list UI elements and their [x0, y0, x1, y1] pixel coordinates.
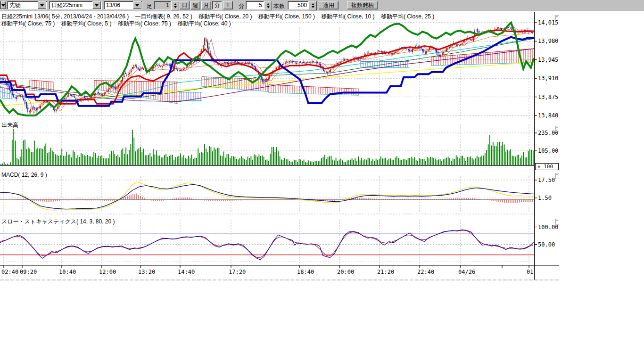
toolbar: 先物 日経225mini 13/06 足 1 日 週 月 分 T 分 5 本数 … — [0, 0, 644, 11]
bar-count-stepper[interactable]: 500 — [288, 1, 317, 9]
minute-label: 分 — [239, 2, 244, 10]
volume-scale-box: × 100 — [535, 163, 559, 170]
combo-dropdown-icon[interactable] — [92, 1, 101, 9]
spinner-updown-icon[interactable] — [264, 1, 272, 10]
time-axis-label: 20:00 — [337, 269, 354, 275]
time-axis-label: 14:40 — [178, 269, 195, 275]
time-axis-label: 12:00 — [99, 269, 116, 275]
minute-value[interactable]: 5 — [246, 1, 264, 9]
multi-symbol-button[interactable]: 複数銘柄 — [347, 1, 378, 9]
bar-multiple-value[interactable]: 1 — [154, 1, 171, 9]
chart-application-window: 先物 日経225mini 13/06 足 1 日 週 月 分 T 分 5 本数 … — [0, 0, 644, 362]
symbol-combo[interactable]: 日経225mini — [49, 1, 102, 9]
panel-scroll-icon[interactable] — [555, 219, 559, 225]
macd-axis-label: 1.50 — [538, 195, 552, 201]
price-axis-label: 13,840 — [538, 112, 558, 119]
period-tick-button[interactable]: T — [223, 1, 233, 9]
market-type-combo[interactable]: 先物 — [7, 1, 47, 9]
stoch-axis-label: 50.00 — [538, 241, 555, 248]
market-type-value: 先物 — [8, 1, 37, 9]
time-axis-label: 04/26 — [458, 269, 475, 275]
bar-count-value[interactable]: 500 — [288, 1, 309, 9]
spinner-updown-icon[interactable] — [171, 1, 179, 10]
bar-multiple-stepper[interactable]: 1 — [154, 1, 179, 9]
volume-panel-title: 出来高 — [1, 121, 18, 129]
bar-type-label: 足 — [147, 2, 152, 10]
chart-area: 日経225mini 13/06( 5分, 2013/04/24 - 2013/0… — [0, 11, 644, 294]
price-axis-label: 13,945 — [538, 57, 558, 63]
edge-combo-partial[interactable] — [0, 1, 6, 9]
period-day-button[interactable]: 日 — [180, 1, 190, 9]
volume-axis-label: 105.00 — [538, 148, 558, 154]
price-axis-label: 13,875 — [538, 94, 558, 100]
combo-dropdown-icon[interactable] — [38, 1, 46, 9]
time-axis-label: 18:40 — [297, 269, 314, 275]
price-axis-label: 13,980 — [538, 38, 558, 44]
time-axis-label: 21:20 — [377, 269, 394, 275]
period-month-button[interactable]: 月 — [201, 1, 211, 9]
macd-axis-label: 17.50 — [538, 177, 555, 183]
time-axis-label: 10:40 — [59, 269, 76, 275]
time-axis-label: 13:20 — [138, 269, 155, 275]
panel-scroll-icon[interactable] — [555, 173, 559, 179]
apply-button[interactable]: 適用 — [319, 1, 339, 9]
bar-count-label: 本数 — [273, 2, 285, 10]
period-minute-button[interactable]: 分 — [212, 1, 222, 9]
combo-dropdown-icon[interactable] — [133, 1, 141, 9]
macd-panel-title: MACD( 12, 26, 9 ) — [1, 172, 47, 178]
price-axis-label: 13,910 — [538, 75, 558, 82]
time-axis-label: 22:40 — [417, 269, 434, 275]
time-axis-label: 17:20 — [229, 269, 246, 275]
panel-scroll-icon[interactable] — [555, 15, 559, 21]
symbol-value: 日経225mini — [50, 1, 92, 9]
panel-scroll-icon[interactable] — [555, 126, 559, 132]
spinner-updown-icon[interactable] — [309, 1, 317, 10]
chart-plot[interactable] — [0, 11, 566, 283]
contract-month-combo[interactable]: 13/06 — [104, 1, 142, 9]
period-week-button[interactable]: 週 — [190, 1, 200, 9]
stoch-panel-title: スロー・ストキャスティクス( 14, 3, 80, 20 ) — [1, 218, 115, 226]
time-axis-label: 02:40 — [1, 269, 18, 275]
contract-month-value: 13/06 — [104, 2, 132, 8]
time-axis-label: 09:20 — [20, 269, 37, 275]
minute-stepper[interactable]: 5 — [246, 1, 272, 9]
time-axis-label: 01 — [527, 269, 533, 275]
combo-dropdown-icon[interactable] — [1, 1, 6, 9]
